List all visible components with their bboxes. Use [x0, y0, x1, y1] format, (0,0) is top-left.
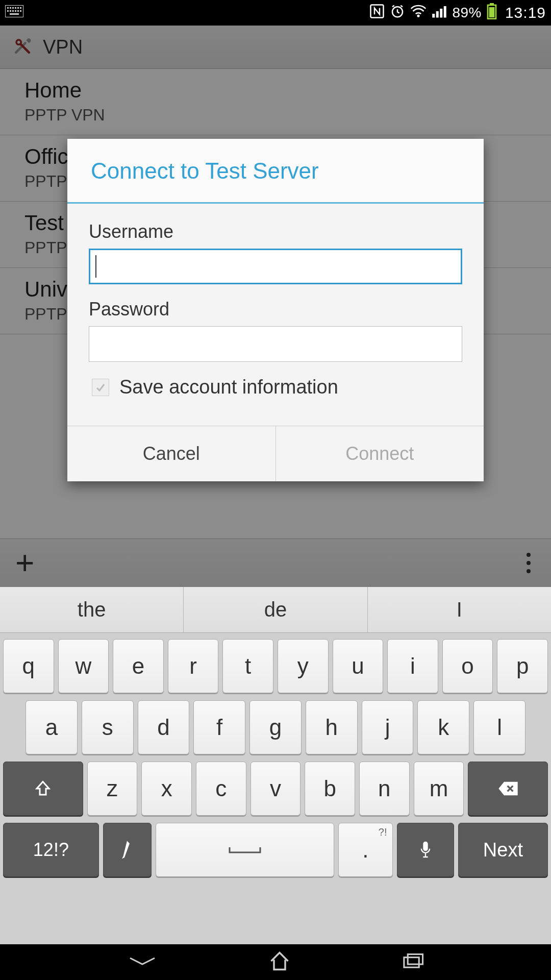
next-key[interactable]: Next [458, 823, 548, 877]
key-j[interactable]: j [362, 700, 414, 754]
dialog-title: Connect to Test Server [67, 139, 484, 204]
navigation-bar [0, 944, 551, 980]
key-s[interactable]: s [82, 700, 134, 754]
password-field[interactable] [89, 326, 462, 362]
vpn-connect-dialog: Connect to Test Server Username Password… [67, 139, 484, 481]
key-t[interactable]: t [222, 639, 273, 693]
cancel-button[interactable]: Cancel [67, 426, 276, 481]
status-clock: 13:19 [505, 4, 546, 21]
svg-rect-9 [12, 10, 14, 12]
key-o[interactable]: o [442, 639, 493, 693]
battery-icon [487, 3, 497, 23]
svg-rect-18 [436, 11, 439, 18]
key-d[interactable]: d [138, 700, 190, 754]
key-y[interactable]: y [278, 639, 329, 693]
key-h[interactable]: h [306, 700, 358, 754]
key-r[interactable]: r [168, 639, 219, 693]
key-b[interactable]: b [305, 762, 355, 816]
svg-rect-19 [440, 9, 443, 18]
svg-rect-13 [10, 13, 19, 15]
svg-rect-2 [10, 7, 11, 9]
username-label: Username [89, 221, 462, 242]
svg-rect-11 [17, 10, 19, 12]
space-key[interactable] [156, 823, 334, 877]
key-f[interactable]: f [193, 700, 245, 754]
svg-rect-7 [7, 10, 9, 12]
key-n[interactable]: n [359, 762, 410, 816]
recent-apps-button[interactable] [402, 952, 424, 972]
soft-keyboard: the de I q w e r t y u i o p a s d f [0, 587, 551, 944]
connect-button[interactable]: Connect [276, 426, 484, 481]
svg-point-16 [417, 14, 420, 17]
backspace-key[interactable] [468, 762, 548, 816]
svg-rect-27 [408, 954, 423, 965]
key-k[interactable]: k [417, 700, 469, 754]
key-g[interactable]: g [249, 700, 302, 754]
key-u[interactable]: u [333, 639, 384, 693]
battery-percent: 89% [452, 5, 482, 21]
keyboard-indicator-icon [5, 5, 23, 21]
key-i[interactable]: i [387, 639, 438, 693]
password-label: Password [89, 299, 462, 320]
suggestion-row: the de I [0, 587, 551, 633]
key-z[interactable]: z [87, 762, 138, 816]
key-e[interactable]: e [113, 639, 164, 693]
status-bar: 89% 13:19 [0, 0, 551, 26]
svg-rect-6 [20, 7, 21, 9]
svg-rect-23 [489, 7, 495, 17]
symbols-key[interactable]: 12!? [3, 823, 99, 877]
key-v[interactable]: v [251, 762, 301, 816]
home-button[interactable] [268, 950, 291, 974]
key-c[interactable]: c [196, 762, 246, 816]
signal-icon [432, 5, 447, 21]
handwriting-key[interactable] [103, 823, 152, 877]
svg-rect-10 [15, 10, 16, 12]
save-account-label: Save account information [119, 376, 338, 398]
svg-rect-8 [10, 10, 11, 12]
alarm-icon [390, 4, 405, 22]
save-account-checkbox[interactable] [92, 379, 109, 396]
suggestion[interactable]: the [0, 587, 184, 632]
svg-rect-4 [15, 7, 16, 9]
suggestion[interactable]: de [184, 587, 367, 632]
key-a[interactable]: a [26, 700, 78, 754]
svg-rect-25 [423, 842, 428, 851]
period-key[interactable]: ?! . [338, 823, 393, 877]
svg-rect-1 [7, 7, 9, 9]
nfc-icon [369, 4, 385, 22]
key-m[interactable]: m [414, 762, 464, 816]
key-w[interactable]: w [58, 639, 109, 693]
key-q[interactable]: q [3, 639, 54, 693]
key-p[interactable]: p [497, 639, 548, 693]
wifi-icon [410, 5, 427, 21]
svg-rect-12 [20, 10, 21, 12]
mic-key[interactable] [397, 823, 454, 877]
svg-rect-20 [444, 6, 446, 18]
username-field[interactable] [89, 249, 462, 284]
key-l[interactable]: l [473, 700, 525, 754]
svg-rect-26 [404, 958, 419, 968]
shift-key[interactable] [3, 762, 83, 816]
back-button[interactable] [127, 953, 158, 971]
svg-rect-17 [433, 14, 435, 18]
suggestion[interactable]: I [368, 587, 551, 632]
svg-rect-5 [17, 7, 19, 9]
svg-rect-3 [12, 7, 14, 9]
key-x[interactable]: x [141, 762, 192, 816]
